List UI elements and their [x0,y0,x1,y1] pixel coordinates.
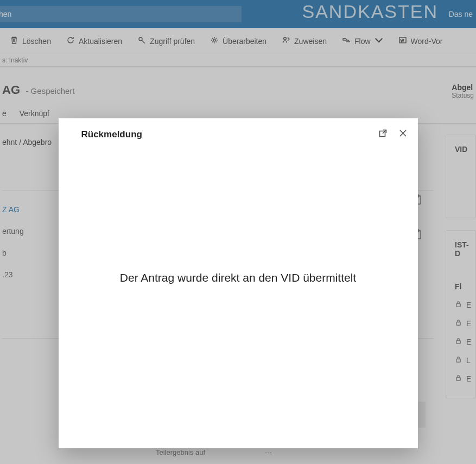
modal-overlay: Rückmeldung Der Antrag wurde direkt an d… [0,0,476,464]
dialog-message: Der Antrag wurde direkt an den VID überm… [120,270,356,285]
dialog-body: Der Antrag wurde direkt an den VID überm… [59,151,418,448]
dialog-header: Rückmeldung [59,118,418,151]
popout-icon[interactable] [379,129,387,139]
dialog-title: Rückmeldung [81,129,379,140]
feedback-dialog: Rückmeldung Der Antrag wurde direkt an d… [59,118,418,448]
close-icon[interactable] [399,129,407,139]
